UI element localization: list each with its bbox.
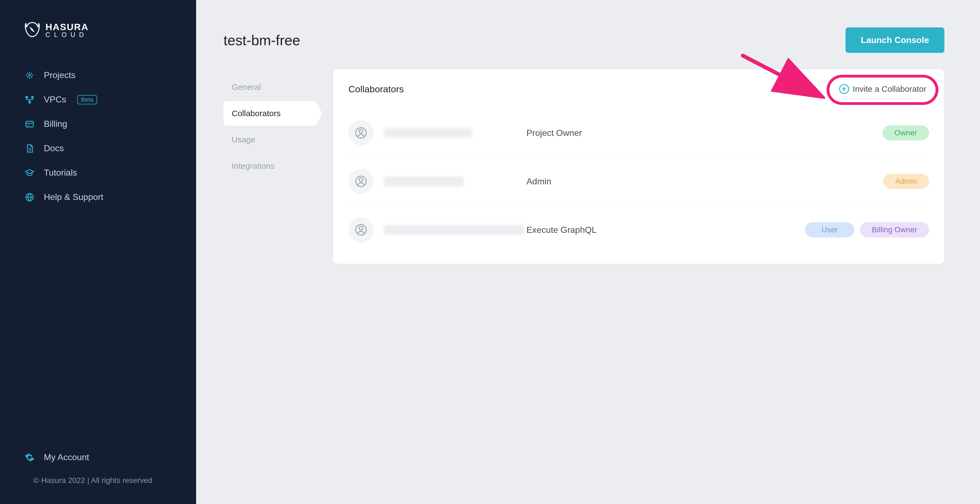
role-pills: User Billing Owner: [805, 222, 929, 237]
admin-pill: Admin: [883, 174, 929, 189]
card-icon: [25, 119, 35, 129]
svg-rect-2: [31, 96, 34, 99]
svg-rect-1: [25, 96, 28, 99]
nav-label: Docs: [44, 143, 64, 153]
launch-console-button[interactable]: Launch Console: [846, 27, 944, 53]
billing-owner-pill: Billing Owner: [860, 222, 929, 237]
user-pill: User: [805, 222, 854, 237]
sidebar: HASURA CLOUD Projects VPCs Beta Billing …: [0, 0, 196, 504]
page-title: test-bm-free: [223, 32, 300, 48]
brand-logo[interactable]: HASURA CLOUD: [0, 0, 196, 55]
brand-sub: CLOUD: [46, 32, 89, 38]
page-header: test-bm-free Launch Console: [223, 27, 944, 53]
project-settings-nav: General Collaborators Usage Integrations: [223, 69, 317, 264]
copyright-text: © Hasura 2022 | All rights reserved: [25, 469, 172, 496]
collaborator-email-redacted: [384, 176, 463, 186]
collaborator-role: Execute GraphQL: [527, 225, 800, 235]
nav-label: VPCs: [44, 94, 66, 105]
role-pills: Owner: [883, 125, 929, 140]
plus-circle-icon: +: [839, 84, 849, 94]
subnav-general[interactable]: General: [223, 75, 317, 99]
primary-nav: Projects VPCs Beta Billing Docs Tutorial…: [0, 55, 196, 445]
globe-icon: [25, 192, 35, 202]
role-pills: Admin: [883, 174, 929, 189]
nav-tutorials[interactable]: Tutorials: [0, 161, 196, 185]
subnav-usage[interactable]: Usage: [223, 127, 317, 152]
collaborator-role: Project Owner: [527, 128, 877, 138]
invite-label: Invite a Collaborator: [853, 84, 926, 94]
svg-rect-3: [29, 101, 31, 103]
collaborator-row: Project Owner Owner: [348, 109, 929, 157]
subnav-collaborators[interactable]: Collaborators: [223, 101, 317, 126]
collaborator-row: Admin Admin: [348, 157, 929, 206]
nav-label: Help & Support: [44, 192, 103, 202]
avatar-icon: [348, 169, 374, 194]
svg-rect-4: [26, 121, 33, 127]
nav-vpcs[interactable]: VPCs Beta: [0, 87, 196, 112]
subnav-integrations[interactable]: Integrations: [223, 154, 317, 178]
nav-projects[interactable]: Projects: [0, 63, 196, 87]
beta-badge: Beta: [77, 95, 97, 104]
collaborator-role: Admin: [527, 176, 878, 186]
gear-icon: [25, 453, 35, 463]
nav-label: Projects: [44, 70, 76, 80]
panel-title: Collaborators: [348, 84, 404, 94]
graduation-icon: [25, 168, 35, 178]
collaborator-email-redacted: [384, 128, 472, 138]
collaborator-email-redacted: [384, 225, 524, 235]
owner-pill: Owner: [883, 125, 929, 140]
svg-line-7: [743, 56, 817, 94]
collaborator-row: Execute GraphQL User Billing Owner: [348, 206, 929, 254]
projects-icon: [25, 70, 35, 80]
account-label: My Account: [44, 452, 89, 463]
svg-point-13: [359, 227, 363, 230]
my-account-link[interactable]: My Account: [25, 445, 172, 469]
hasura-logo-icon: [25, 22, 40, 38]
collaborators-list: Project Owner Owner Admin Admin: [348, 109, 929, 254]
annotation-arrow: [737, 48, 825, 102]
nav-billing[interactable]: Billing: [0, 112, 196, 136]
invite-collaborator-button[interactable]: + Invite a Collaborator: [837, 83, 929, 95]
nav-label: Billing: [44, 119, 67, 129]
panel-header: Collaborators + Invite a Collaborator: [348, 83, 929, 95]
brand-name: HASURA: [46, 22, 89, 32]
svg-point-0: [29, 75, 30, 76]
network-icon: [25, 95, 35, 105]
nav-help[interactable]: Help & Support: [0, 185, 196, 209]
nav-docs[interactable]: Docs: [0, 136, 196, 161]
avatar-icon: [348, 217, 374, 242]
avatar-icon: [348, 120, 374, 145]
nav-label: Tutorials: [44, 168, 77, 178]
collaborators-panel: Collaborators + Invite a Collaborator: [333, 69, 944, 264]
svg-point-9: [359, 130, 363, 133]
main-content: test-bm-free Launch Console General Coll…: [196, 0, 980, 504]
svg-point-11: [359, 178, 363, 181]
doc-icon: [25, 143, 35, 153]
